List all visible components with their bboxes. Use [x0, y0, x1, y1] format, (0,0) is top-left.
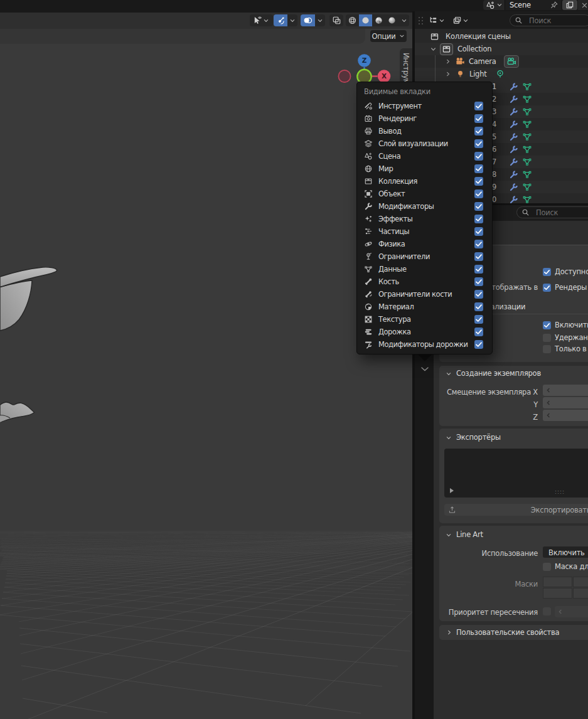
header-grip[interactable]: [418, 16, 424, 25]
mask-toggle[interactable]: [543, 577, 572, 587]
panel-expand-icon[interactable]: [445, 531, 452, 539]
camera-data-chip[interactable]: [504, 55, 519, 68]
priority-checkbox[interactable]: [543, 607, 551, 615]
menu-item-object[interactable]: Объект: [358, 188, 491, 200]
renders-checkbox[interactable]: [543, 284, 551, 292]
menu-item-physics[interactable]: Физика: [358, 238, 491, 250]
menu-item-effects[interactable]: Эффекты: [358, 213, 491, 225]
intersection-mask-checkbox[interactable]: [543, 563, 551, 571]
pin-icon[interactable]: [550, 1, 559, 9]
exporters-list[interactable]: ::::: [444, 449, 588, 498]
menu-item-checkbox[interactable]: [474, 252, 483, 261]
menu-item-checkbox[interactable]: [474, 328, 483, 336]
menu-item-checkbox[interactable]: [474, 277, 483, 286]
panel-expand-icon[interactable]: [445, 434, 452, 442]
outliner-row-scene-collection[interactable]: Коллекция сцены: [415, 30, 588, 43]
options-button[interactable]: Опции: [370, 30, 407, 42]
menu-item-checkbox[interactable]: [474, 290, 483, 299]
decrement-arrow[interactable]: [545, 412, 552, 418]
menu-item-world[interactable]: Мир: [358, 162, 491, 175]
list-expand-icon[interactable]: [449, 487, 454, 494]
object-visibility-button[interactable]: [250, 14, 273, 26]
outliner-row-camera[interactable]: Camera: [415, 55, 588, 68]
priority-field[interactable]: [555, 606, 588, 617]
menu-item-bone-constraint[interactable]: Ограничители кости: [358, 288, 491, 301]
unlink-scene-button[interactable]: [578, 0, 588, 10]
menu-item-material[interactable]: Материал: [358, 301, 491, 313]
offset-y-field[interactable]: [543, 397, 588, 408]
menu-item-checkbox[interactable]: [474, 139, 483, 148]
shading-wireframe-button[interactable]: [346, 14, 359, 26]
shading-rendered-button[interactable]: [385, 14, 398, 26]
shading-solid-button[interactable]: [359, 14, 372, 26]
usage-dropdown[interactable]: Включить: [543, 546, 588, 558]
mesh-object-claw[interactable]: [0, 392, 50, 449]
decrement-arrow[interactable]: [557, 609, 564, 615]
overlays-dropdown[interactable]: [315, 14, 325, 26]
menu-item-view-layer[interactable]: Слой визуализации: [358, 137, 491, 150]
panel-expand-icon[interactable]: [445, 370, 452, 378]
new-scene-button[interactable]: [562, 0, 577, 10]
menu-item-checkbox[interactable]: [474, 202, 483, 211]
viewport-3d[interactable]: Опции Инструменты Z X: [0, 29, 412, 719]
gizmos-toggle[interactable]: [274, 14, 287, 26]
offset-x-field[interactable]: [543, 385, 588, 396]
gizmos-dropdown[interactable]: [287, 14, 297, 26]
menu-item-collection[interactable]: Коллекция: [358, 175, 491, 188]
list-grip[interactable]: ::::: [555, 489, 565, 495]
gizmo-axis-neg-x[interactable]: [338, 70, 350, 82]
indirect-only-checkbox[interactable]: [543, 345, 551, 353]
menu-item-checkbox[interactable]: [474, 227, 483, 236]
decrement-arrow[interactable]: [545, 387, 552, 393]
menu-item-checkbox[interactable]: [474, 127, 483, 136]
mask-toggle[interactable]: [573, 588, 588, 599]
menu-item-checkbox[interactable]: [474, 315, 483, 324]
properties-search[interactable]: Поиск: [516, 206, 588, 218]
outliner-row-collection[interactable]: Collection: [415, 43, 588, 55]
selectable-checkbox[interactable]: [543, 268, 551, 276]
scene-name-field[interactable]: Scene: [505, 0, 561, 10]
menu-item-checkbox[interactable]: [474, 152, 483, 161]
custom-properties-title[interactable]: Пользовательские свойства: [456, 628, 559, 637]
scene-browse-button[interactable]: [483, 0, 505, 10]
menu-item-tool[interactable]: Инструмент: [358, 100, 491, 112]
menu-item-texture[interactable]: Текстура: [358, 313, 491, 326]
mask-toggle[interactable]: [543, 588, 572, 599]
menu-item-checkbox[interactable]: [474, 240, 483, 248]
panel-custom-properties[interactable]: Пользовательские свойства: [439, 625, 588, 640]
outliner-filter[interactable]: [449, 14, 472, 26]
menu-item-checkbox[interactable]: [474, 215, 483, 223]
menu-item-checkbox[interactable]: [474, 189, 483, 198]
menu-item-constraints[interactable]: Ограничители: [358, 250, 491, 263]
mask-toggle[interactable]: [573, 577, 588, 587]
menu-item-checkbox[interactable]: [474, 114, 483, 123]
menu-item-bone[interactable]: Кость: [358, 275, 491, 288]
menu-item-track-modifiers[interactable]: Модификаторы дорожки: [358, 338, 491, 351]
export-all-button[interactable]: Экспортировать всё: [444, 504, 588, 516]
shading-dropdown[interactable]: [398, 14, 409, 26]
menu-item-checkbox[interactable]: [474, 164, 483, 173]
xray-toggle[interactable]: [329, 14, 343, 26]
overlays-toggle[interactable]: [301, 14, 315, 26]
menu-item-data[interactable]: Данные: [358, 263, 491, 275]
outliner-row-light[interactable]: Light: [415, 68, 588, 80]
offset-z-field[interactable]: [543, 410, 588, 421]
shading-material-button[interactable]: [372, 14, 385, 26]
menu-item-particles[interactable]: Частицы: [358, 225, 491, 238]
menu-item-track[interactable]: Дорожка: [358, 326, 491, 338]
menu-item-modifiers[interactable]: Модификаторы: [358, 200, 491, 213]
outliner-display-mode[interactable]: [425, 14, 448, 26]
menu-item-checkbox[interactable]: [474, 302, 483, 311]
outliner-search[interactable]: Поиск: [510, 14, 588, 26]
menu-item-checkbox[interactable]: [474, 102, 483, 110]
menu-item-render[interactable]: Рендеринг: [358, 112, 491, 125]
instancing-title[interactable]: Создание экземпляров: [456, 369, 541, 378]
menu-item-scene[interactable]: Сцена: [358, 150, 491, 162]
decrement-arrow[interactable]: [545, 400, 552, 406]
menu-item-output[interactable]: Вывод: [358, 125, 491, 137]
menu-item-checkbox[interactable]: [474, 340, 483, 349]
menu-item-checkbox[interactable]: [474, 265, 483, 274]
holdout-checkbox[interactable]: [543, 334, 551, 342]
line-art-title[interactable]: Line Art: [456, 530, 483, 539]
exporters-title[interactable]: Экспортёры: [456, 433, 501, 442]
